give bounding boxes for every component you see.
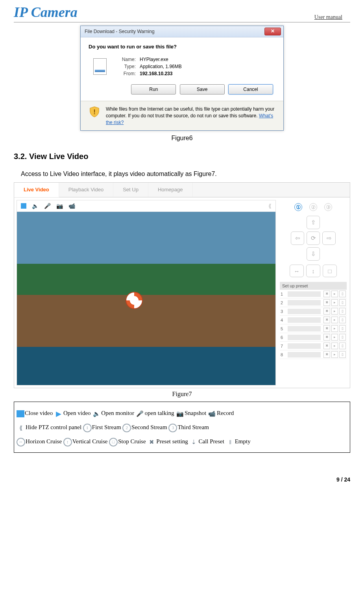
- dialog-title: File Download - Security Warning: [85, 29, 155, 34]
- mic-icon[interactable]: [44, 203, 51, 209]
- close-icon[interactable]: ✕: [264, 28, 281, 35]
- legend-label: Open video: [63, 410, 91, 416]
- preset-set-icon[interactable]: ✖: [323, 299, 330, 306]
- live-toolbar: [17, 200, 275, 212]
- record-icon[interactable]: [68, 203, 75, 209]
- section-heading: 3.2. View Live Video: [14, 152, 350, 161]
- preset-call-icon[interactable]: ▸: [331, 291, 338, 297]
- tab-homepage[interactable]: Homepage: [148, 183, 193, 197]
- preset-row: 3✖▸▯: [280, 307, 347, 316]
- logo: IP Camera: [14, 4, 78, 20]
- snapshot-icon[interactable]: [56, 203, 63, 209]
- preset-row: 7✖▸▯: [280, 342, 347, 350]
- hide-ptz-icon[interactable]: [268, 203, 272, 209]
- preset-row: 4✖▸▯: [280, 316, 347, 324]
- preset-set-icon[interactable]: ✖: [323, 334, 330, 341]
- legend-label: Record: [217, 410, 234, 416]
- preset-row: 6✖▸▯: [280, 333, 347, 342]
- file-type-icon: [93, 58, 107, 75]
- ptz-center-button[interactable]: ⟳: [307, 231, 320, 245]
- legend-label: Stop Cruise: [118, 438, 146, 444]
- type-label: Type:: [115, 64, 136, 69]
- cancel-button[interactable]: Cancel: [228, 84, 273, 94]
- ptz-down-button[interactable]: ⇩: [307, 247, 320, 261]
- preset-call-icon[interactable]: ▸: [331, 334, 338, 341]
- stop-icon[interactable]: [21, 203, 26, 209]
- ptz-pad: ⇧ ⇦ ⟳ ⇨ ⇩: [280, 216, 347, 261]
- tab-live-video[interactable]: Live Video: [14, 183, 59, 197]
- from-value: 192.168.10.233: [140, 71, 172, 76]
- preset-name-slot[interactable]: [288, 343, 321, 349]
- preset-name-slot[interactable]: [288, 300, 321, 306]
- dialog-question: Do you want to run or save this file?: [89, 44, 275, 50]
- from-label: From:: [115, 71, 136, 76]
- preset-name-slot[interactable]: [288, 309, 321, 314]
- legend-icon: 📹: [208, 410, 216, 417]
- preset-clear-icon[interactable]: ▯: [339, 317, 346, 323]
- preset-name-slot[interactable]: [288, 352, 321, 357]
- preset-number: 3: [281, 309, 286, 314]
- preset-set-icon[interactable]: ✖: [323, 291, 330, 297]
- legend-icon: 📷: [176, 410, 184, 417]
- preset-call-icon[interactable]: ▸: [331, 317, 338, 323]
- stream-1-button[interactable]: ①: [294, 203, 302, 211]
- preset-name-slot[interactable]: [288, 326, 321, 332]
- figure6-caption: Figure6: [14, 135, 350, 142]
- stream-2-button[interactable]: ②: [309, 203, 317, 211]
- preset-set-icon[interactable]: ✖: [323, 308, 330, 315]
- preset-heading: Set up preset: [280, 282, 347, 290]
- preset-number: 2: [281, 300, 286, 305]
- ptz-up-button[interactable]: ⇧: [307, 216, 320, 229]
- preset-row: 1✖▸▯: [280, 290, 347, 298]
- preset-clear-icon[interactable]: ▯: [339, 291, 346, 297]
- preset-set-icon[interactable]: ✖: [323, 317, 330, 323]
- run-button[interactable]: Run: [131, 84, 176, 94]
- preset-call-icon[interactable]: ▸: [331, 308, 338, 315]
- preset-number: 6: [281, 335, 286, 340]
- preset-set-icon[interactable]: ✖: [323, 343, 330, 349]
- ptz-right-button[interactable]: ⇨: [322, 231, 336, 245]
- ptz-left-button[interactable]: ⇦: [291, 231, 304, 245]
- legend-label: Second Stream: [131, 424, 167, 430]
- stream-3-button[interactable]: ③: [324, 203, 332, 211]
- preset-clear-icon[interactable]: ▯: [339, 334, 346, 341]
- vertical-cruise-button[interactable]: ↕: [306, 265, 320, 277]
- preset-clear-icon[interactable]: ▯: [339, 343, 346, 349]
- preset-number: 7: [281, 344, 286, 348]
- figure7-caption: Figure7: [14, 391, 350, 398]
- name-label: Name:: [115, 57, 136, 62]
- legend-label: open talking: [145, 410, 174, 416]
- preset-row: 5✖▸▯: [280, 324, 347, 333]
- stop-cruise-button[interactable]: □: [323, 265, 337, 277]
- preset-call-icon[interactable]: ▸: [331, 325, 338, 332]
- save-button[interactable]: Save: [180, 84, 225, 94]
- page-current: 9: [336, 476, 340, 483]
- name-value: HYPlayer.exe: [140, 57, 168, 62]
- preset-number: 5: [281, 326, 286, 331]
- legend-icon: ⦀: [226, 439, 235, 446]
- preset-clear-icon[interactable]: ▯: [339, 351, 346, 358]
- preset-set-icon[interactable]: ✖: [323, 325, 330, 332]
- preset-name-slot[interactable]: [288, 335, 321, 340]
- legend-label: Preset setting: [156, 438, 188, 444]
- legend-icon: ⇣: [189, 439, 198, 446]
- preset-clear-icon[interactable]: ▯: [339, 325, 346, 332]
- preset-name-slot[interactable]: [288, 317, 321, 323]
- tab-playback-video[interactable]: Playback Video: [59, 183, 113, 197]
- open-video-icon: ▶: [54, 410, 63, 417]
- preset-set-icon[interactable]: ✖: [323, 351, 330, 358]
- legend-icon: 2: [122, 424, 131, 432]
- tab-set-up[interactable]: Set Up: [113, 183, 148, 197]
- live-video-ui: Live Video Playback Video Set Up Homepag…: [14, 182, 350, 388]
- preset-call-icon[interactable]: ▸: [331, 299, 338, 306]
- preset-clear-icon[interactable]: ▯: [339, 299, 346, 306]
- preset-clear-icon[interactable]: ▯: [339, 308, 346, 315]
- preset-call-icon[interactable]: ▸: [331, 351, 338, 358]
- speaker-icon[interactable]: [32, 203, 39, 209]
- legend-box: Close video ▶Open video 🔈Open monitor 🎤o…: [14, 402, 350, 453]
- type-value: Application, 1.96MB: [140, 64, 182, 69]
- preset-call-icon[interactable]: ▸: [331, 343, 338, 349]
- preset-number: 4: [281, 318, 286, 322]
- preset-name-slot[interactable]: [288, 291, 321, 297]
- horizon-cruise-button[interactable]: ↔: [290, 265, 304, 277]
